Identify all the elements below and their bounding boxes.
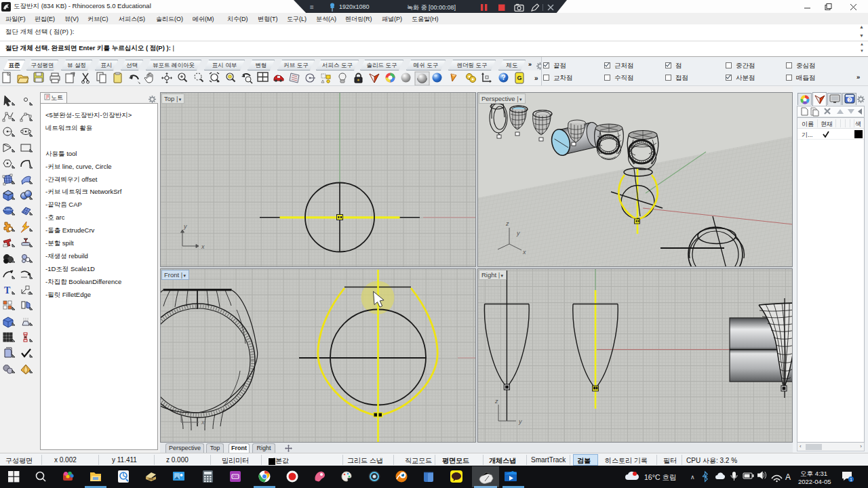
svg-text:1: 1 (850, 477, 852, 482)
svg-text:y: y (518, 418, 522, 425)
svg-text:2022-04-05: 2022-04-05 (798, 478, 831, 485)
svg-text:y: y (183, 223, 187, 230)
svg-text:16°C 흐림: 16°C 흐림 (644, 473, 676, 481)
svg-text:z: z (505, 220, 509, 227)
svg-text:x: x (201, 419, 205, 426)
svg-text:x: x (201, 243, 205, 250)
svg-text:?: ? (848, 98, 851, 102)
svg-text:∧: ∧ (690, 474, 695, 481)
svg-text:?: ? (501, 74, 505, 81)
svg-text:T: T (4, 285, 11, 296)
svg-text:A: A (785, 472, 791, 482)
svg-text:G: G (517, 75, 521, 81)
svg-text:오후 4:31: 오후 4:31 (800, 470, 827, 477)
svg-text:y: y (516, 230, 520, 237)
svg-text:x: x (522, 249, 526, 256)
svg-text:z: z (494, 398, 498, 405)
svg-text:»: » (534, 75, 538, 82)
